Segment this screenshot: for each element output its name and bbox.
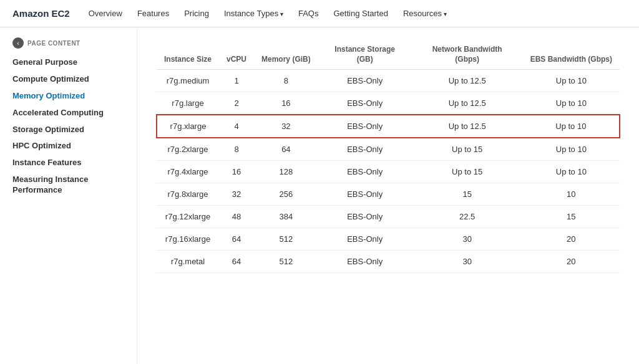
cell-memory--gib-: 8: [254, 70, 318, 92]
sidebar-item-accelerated-computing[interactable]: Accelerated Computing: [12, 108, 127, 118]
cell-network-bandwidth--gbps-: Up to 15: [412, 161, 523, 183]
cell-ebs-bandwidth--gbps-: Up to 10: [523, 92, 620, 115]
nav-link-resources[interactable]: Resources: [403, 9, 447, 18]
cell-vcpu: 32: [219, 183, 254, 206]
table-body: r7g.medium18EBS-OnlyUp to 12.5Up to 10r7…: [157, 70, 620, 273]
cell-ebs-bandwidth--gbps-: Up to 10: [523, 115, 620, 138]
nav-link-pricing[interactable]: Pricing: [184, 9, 209, 18]
nav-link-getting-started[interactable]: Getting Started: [333, 9, 388, 18]
cell-instance-storage--gb-: EBS-Only: [318, 251, 412, 273]
top-navigation: Amazon EC2 OverviewFeaturesPricingInstan…: [0, 0, 639, 27]
cell-instance-storage--gb-: EBS-Only: [318, 92, 412, 115]
table-row: r7g.xlarge432EBS-OnlyUp to 12.5Up to 10: [157, 115, 620, 138]
cell-instance-size: r7g.16xlarge: [157, 228, 219, 251]
cell-ebs-bandwidth--gbps-: 20: [523, 228, 620, 251]
sidebar-item-memory-optimized[interactable]: Memory Optimized: [12, 91, 127, 102]
table-row: r7g.8xlarge32256EBS-Only1510: [157, 183, 620, 206]
cell-instance-storage--gb-: EBS-Only: [318, 161, 412, 183]
cell-network-bandwidth--gbps-: 30: [412, 251, 523, 273]
cell-instance-size: r7g.4xlarge: [157, 161, 219, 183]
cell-memory--gib-: 512: [254, 228, 318, 251]
table-row: r7g.12xlarge48384EBS-Only22.515: [157, 206, 620, 228]
cell-instance-storage--gb-: EBS-Only: [318, 228, 412, 251]
cell-instance-size: r7g.2xlarge: [157, 138, 219, 161]
cell-instance-storage--gb-: EBS-Only: [318, 183, 412, 206]
table-header: Instance SizevCPUMemory (GiB)Instance St…: [157, 40, 620, 70]
page-layout: ‹ PAGE CONTENT General PurposeCompute Op…: [0, 27, 639, 364]
cell-instance-size: r7g.medium: [157, 70, 219, 92]
cell-vcpu: 1: [219, 70, 254, 92]
sidebar-toggle[interactable]: ‹ PAGE CONTENT: [12, 37, 127, 49]
cell-memory--gib-: 384: [254, 206, 318, 228]
cell-ebs-bandwidth--gbps-: Up to 10: [523, 138, 620, 161]
cell-network-bandwidth--gbps-: 15: [412, 183, 523, 206]
brand-logo: Amazon EC2: [12, 8, 70, 19]
cell-instance-size: r7g.xlarge: [157, 115, 219, 138]
cell-instance-storage--gb-: EBS-Only: [318, 138, 412, 161]
nav-link-faqs[interactable]: FAQs: [298, 9, 319, 18]
col-header-memory--gib-: Memory (GiB): [254, 40, 318, 70]
cell-ebs-bandwidth--gbps-: 15: [523, 206, 620, 228]
sidebar-item-compute-optimized[interactable]: Compute Optimized: [12, 74, 127, 85]
table-header-row: Instance SizevCPUMemory (GiB)Instance St…: [157, 40, 620, 70]
col-header-instance-size: Instance Size: [157, 40, 219, 70]
col-header-vcpu: vCPU: [219, 40, 254, 70]
cell-vcpu: 64: [219, 228, 254, 251]
cell-vcpu: 2: [219, 92, 254, 115]
instance-table: Instance SizevCPUMemory (GiB)Instance St…: [156, 40, 620, 273]
col-header-instance-storage--gb-: Instance Storage (GB): [318, 40, 412, 70]
cell-instance-size: r7g.12xlarge: [157, 206, 219, 228]
sidebar-item-measuring-instance-performance[interactable]: Measuring Instance Performance: [12, 175, 127, 196]
cell-network-bandwidth--gbps-: Up to 12.5: [412, 115, 523, 138]
table-row: r7g.4xlarge16128EBS-OnlyUp to 15Up to 10: [157, 161, 620, 183]
cell-instance-size: r7g.metal: [157, 251, 219, 273]
cell-ebs-bandwidth--gbps-: Up to 10: [523, 161, 620, 183]
cell-network-bandwidth--gbps-: Up to 15: [412, 138, 523, 161]
nav-link-overview[interactable]: Overview: [89, 9, 122, 18]
cell-instance-storage--gb-: EBS-Only: [318, 70, 412, 92]
sidebar-item-general-purpose[interactable]: General Purpose: [12, 57, 127, 68]
main-content: Instance SizevCPUMemory (GiB)Instance St…: [137, 27, 639, 364]
cell-ebs-bandwidth--gbps-: Up to 10: [523, 70, 620, 92]
sidebar-item-hpc-optimized[interactable]: HPC Optimized: [12, 141, 127, 151]
cell-memory--gib-: 64: [254, 138, 318, 161]
table-row: r7g.2xlarge864EBS-OnlyUp to 15Up to 10: [157, 138, 620, 161]
table-row: r7g.metal64512EBS-Only3020: [157, 251, 620, 273]
nav-links-list: OverviewFeaturesPricingInstance TypesFAQ…: [89, 9, 447, 18]
cell-vcpu: 64: [219, 251, 254, 273]
cell-vcpu: 8: [219, 138, 254, 161]
cell-network-bandwidth--gbps-: 30: [412, 228, 523, 251]
cell-vcpu: 16: [219, 161, 254, 183]
cell-instance-size: r7g.8xlarge: [157, 183, 219, 206]
cell-vcpu: 4: [219, 115, 254, 138]
sidebar-item-instance-features[interactable]: Instance Features: [12, 158, 127, 168]
cell-ebs-bandwidth--gbps-: 20: [523, 251, 620, 273]
cell-memory--gib-: 32: [254, 115, 318, 138]
cell-instance-storage--gb-: EBS-Only: [318, 206, 412, 228]
cell-memory--gib-: 16: [254, 92, 318, 115]
toggle-icon: ‹: [12, 37, 24, 49]
table-row: r7g.16xlarge64512EBS-Only3020: [157, 228, 620, 251]
cell-instance-storage--gb-: EBS-Only: [318, 115, 412, 138]
cell-network-bandwidth--gbps-: Up to 12.5: [412, 92, 523, 115]
col-header-ebs-bandwidth--gbps-: EBS Bandwidth (Gbps): [523, 40, 620, 70]
sidebar-section-label: PAGE CONTENT: [27, 40, 80, 47]
col-header-network-bandwidth--gbps-: Network Bandwidth (Gbps): [412, 40, 523, 70]
table-row: r7g.large216EBS-OnlyUp to 12.5Up to 10: [157, 92, 620, 115]
cell-network-bandwidth--gbps-: 22.5: [412, 206, 523, 228]
cell-ebs-bandwidth--gbps-: 10: [523, 183, 620, 206]
nav-link-instance-types[interactable]: Instance Types: [224, 9, 283, 18]
nav-link-features[interactable]: Features: [137, 9, 169, 18]
sidebar: ‹ PAGE CONTENT General PurposeCompute Op…: [0, 27, 137, 364]
cell-instance-size: r7g.large: [157, 92, 219, 115]
cell-memory--gib-: 128: [254, 161, 318, 183]
cell-network-bandwidth--gbps-: Up to 12.5: [412, 70, 523, 92]
table-row: r7g.medium18EBS-OnlyUp to 12.5Up to 10: [157, 70, 620, 92]
sidebar-item-storage-optimized[interactable]: Storage Optimized: [12, 125, 127, 135]
cell-memory--gib-: 512: [254, 251, 318, 273]
cell-memory--gib-: 256: [254, 183, 318, 206]
cell-vcpu: 48: [219, 206, 254, 228]
sidebar-nav: General PurposeCompute OptimizedMemory O…: [12, 57, 127, 196]
